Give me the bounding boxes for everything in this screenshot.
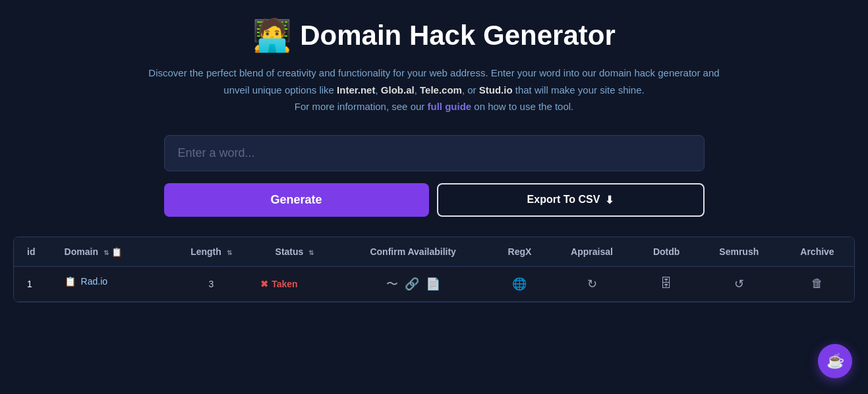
- col-id: id: [14, 237, 58, 267]
- copy-domain-icon[interactable]: 📋: [111, 247, 122, 257]
- results-table: id Domain ⇅ 📋 Length ⇅ Status ⇅ Confirm …: [14, 237, 854, 302]
- col-status: Status ⇅: [254, 237, 335, 267]
- domain-copy-icon[interactable]: 📋: [65, 276, 76, 287]
- page-title: Domain Hack Generator: [300, 20, 616, 51]
- cell-appraisal: ↻: [548, 266, 635, 301]
- search-input[interactable]: radio: [164, 135, 705, 171]
- sort-domain-icon[interactable]: ⇅: [103, 249, 109, 256]
- col-domain: Domain ⇅ 📋: [58, 237, 169, 267]
- action-buttons: Generate Export To CSV ⬇: [164, 183, 705, 217]
- col-semrush: Semrush: [698, 237, 780, 267]
- chat-fab-button[interactable]: ☕: [818, 344, 852, 378]
- sort-length-icon[interactable]: ⇅: [227, 249, 232, 256]
- cell-confirm-availability: 〜 🔗 📄: [335, 266, 491, 301]
- cell-id: 1: [14, 266, 58, 301]
- cell-status: ✖ Taken: [254, 266, 335, 301]
- col-length: Length ⇅: [169, 237, 254, 267]
- cell-archive: 🗑: [780, 266, 854, 301]
- cell-semrush: ↺: [698, 266, 780, 301]
- semrush-icon[interactable]: ↺: [734, 277, 744, 291]
- page-header: 🧑‍💻 Domain Hack Generator: [252, 20, 616, 51]
- dotdb-icon[interactable]: 🗄: [660, 277, 672, 290]
- whois-icon[interactable]: 📄: [426, 277, 440, 291]
- cell-length: 3: [169, 266, 254, 301]
- status-taken-label: Taken: [272, 279, 297, 289]
- full-guide-link[interactable]: full guide: [427, 101, 471, 112]
- appraisal-icon[interactable]: ↻: [587, 277, 597, 291]
- results-table-container: id Domain ⇅ 📋 Length ⇅ Status ⇅ Confirm …: [13, 237, 855, 302]
- namecheap-icon[interactable]: 〜: [386, 276, 398, 292]
- page-description: Discover the perfect blend of creativity…: [144, 65, 724, 115]
- export-label: Export To CSV: [527, 194, 600, 206]
- archive-icon[interactable]: 🗑: [811, 277, 823, 290]
- col-dotdb: Dotdb: [635, 237, 698, 267]
- domain-value: Rad.io: [81, 276, 107, 287]
- link-icon[interactable]: 🔗: [405, 277, 419, 291]
- generate-button[interactable]: Generate: [164, 183, 429, 217]
- sort-status-icon[interactable]: ⇅: [308, 249, 314, 256]
- table-row: 1 📋 Rad.io 3 ✖ Taken: [14, 266, 854, 301]
- export-icon: ⬇: [605, 194, 614, 206]
- status-taken-icon: ✖: [260, 279, 268, 289]
- col-archive: Archive: [780, 237, 854, 267]
- export-csv-button[interactable]: Export To CSV ⬇: [437, 183, 705, 217]
- table-header-row: id Domain ⇅ 📋 Length ⇅ Status ⇅ Confirm …: [14, 237, 854, 267]
- col-appraisal: Appraisal: [548, 237, 635, 267]
- col-regx: RegX: [491, 237, 549, 267]
- col-confirm-availability: Confirm Availability: [335, 237, 491, 267]
- logo-icon: 🧑‍💻: [252, 20, 292, 51]
- cell-regx: 🌐: [491, 266, 549, 301]
- cell-domain: 📋 Rad.io: [58, 267, 169, 296]
- regx-icon[interactable]: 🌐: [512, 277, 527, 291]
- cell-dotdb: 🗄: [635, 266, 698, 301]
